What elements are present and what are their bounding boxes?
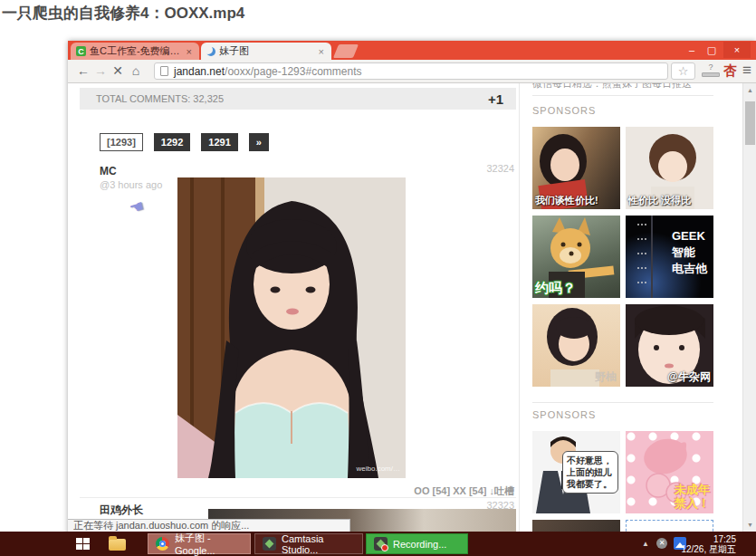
taskbar-button-label: Recording... (393, 539, 446, 550)
page-viewport: TOTAL COMMENTS: 32,325 +1 [1293] 1292 12… (68, 83, 756, 532)
tray-status-icon[interactable]: ✕ (656, 538, 667, 549)
back-icon[interactable]: ← (75, 63, 91, 78)
sidebar-divider (532, 402, 713, 403)
scrollbar-thumb[interactable] (745, 101, 755, 145)
page-current[interactable]: [1293] (100, 133, 143, 151)
vote-links[interactable]: OO [54] XX [54] ↓吐槽 (80, 484, 514, 498)
minimize-button[interactable]: – (684, 42, 700, 58)
address-bar[interactable]: jandan.net/ooxx/page-1293#comments (154, 62, 668, 80)
tab-strip: C 鱼C工作室-免费编程视频 × 妹子图 × – ▢ × (68, 41, 756, 60)
download-icon[interactable]: ? (702, 63, 720, 79)
browser-toolbar: ← → ✕ ⌂ jandan.net/ooxx/page-1293#commen… (68, 60, 756, 83)
photo-illustration (177, 177, 406, 478)
sponsor-ad-girl-closeup[interactable]: @牛杂网 (626, 304, 713, 387)
sponsor-ad-girl-outdoor[interactable]: 野柚 (532, 304, 620, 387)
browser-status-text: 正在等待 jandan.duoshuo.com 的响应... (68, 519, 350, 532)
ad-caption: 性价比 没得比 (628, 194, 691, 207)
close-window-button[interactable]: × (723, 42, 751, 58)
taskbar-clock[interactable]: 17:25 12/26, 星期五 (681, 534, 736, 554)
ad-caption: @牛杂网 (667, 369, 711, 385)
tab-title: 鱼C工作室-免费编程视频 (90, 44, 181, 58)
tray-show-hidden-icons[interactable]: ▲ (642, 540, 649, 548)
tab-yuc-studio[interactable]: C 鱼C工作室-免费编程视频 × (71, 43, 199, 60)
download-tray (702, 72, 720, 77)
chrome-icon (156, 537, 169, 551)
sponsor-ad-geek-guitar[interactable]: GEEK 智能 电吉他 (626, 216, 713, 298)
content-sidebar-divider (519, 83, 520, 532)
total-comments-label: TOTAL COMMENTS: 32,325 (96, 93, 488, 104)
pagination: [1293] 1292 1291 » (100, 133, 269, 151)
camtasia-icon (263, 537, 276, 551)
sponsor-ad-pink-toy[interactable]: 未成年 禁入！ (626, 431, 713, 513)
comment-author[interactable]: 田鸡外长 (100, 503, 143, 518)
tab-meizitu[interactable]: 妹子图 × (201, 43, 331, 60)
taskbar: 妹子图 - Google... Camtasia Studio... Recor… (0, 532, 756, 556)
sponsor-ad-girl-white[interactable]: 性价比 没得比 (626, 127, 713, 209)
extension-icon[interactable]: 杏 (723, 62, 737, 80)
photo-watermark: weibo.com/… (357, 465, 400, 473)
video-caption: 一只爬虫的自我修养4：OOXX.mp4 (2, 3, 244, 24)
ad-caption: 未成年 禁入！ (675, 483, 710, 510)
close-icon[interactable]: × (185, 46, 194, 57)
tab-title: 妹子图 (219, 44, 313, 58)
clock-date: 12/26, 星期五 (681, 544, 736, 554)
taskbar-button-label: Camtasia Studio... (282, 533, 355, 555)
home-icon[interactable]: ⌂ (128, 63, 144, 78)
ad-caption: 我们谈性价比! (535, 194, 598, 207)
scroll-up-icon[interactable]: ▲ (743, 83, 756, 97)
ad-speech-bubble: 不好意思， 上面的妞儿 我都要了。 (562, 451, 618, 494)
browser-window: C 鱼C工作室-免费编程视频 × 妹子图 × – ▢ × ← → ✕ ⌂ (68, 41, 756, 556)
sponsor-ad-doge[interactable]: 约吗？ (532, 216, 620, 298)
taskbar-camtasia-button[interactable]: Camtasia Studio... (254, 533, 363, 554)
menu-hamburger-icon[interactable]: ≡ (742, 62, 751, 80)
sidebar-clipped-notice: 微信每日精选：煎蛋妹子图每日推送 (532, 83, 713, 91)
sponsors-heading: SPONSORS (532, 409, 596, 420)
plus-one-button[interactable]: +1 (488, 91, 503, 107)
cursor-hand-icon: ☚ (127, 196, 147, 219)
page-scrollbar[interactable]: ▲ ▼ (742, 83, 756, 532)
page-icon (160, 66, 168, 76)
file-explorer-icon[interactable] (109, 539, 126, 551)
stop-icon[interactable]: ✕ (110, 63, 126, 78)
taskbar-recording-button[interactable]: Recording... (366, 533, 468, 554)
taskbar-chrome-button[interactable]: 妹子图 - Google... (148, 533, 251, 554)
sidebar-divider (532, 95, 713, 96)
ad-caption: GEEK 智能 电吉他 (672, 228, 707, 277)
url-path: /ooxx/page-1293#comments (225, 65, 361, 78)
new-tab-button[interactable] (333, 44, 359, 58)
comment-photo[interactable]: weibo.com/… (177, 177, 406, 478)
download-hint: ? (708, 62, 713, 72)
sponsor-ad-partial[interactable] (626, 520, 713, 532)
bookmark-star-icon[interactable]: ☆ (671, 62, 695, 80)
comments-header-bar: TOTAL COMMENTS: 32,325 +1 (80, 88, 516, 110)
forward-icon[interactable]: → (92, 63, 109, 78)
scroll-down-icon[interactable]: ▼ (743, 518, 756, 532)
ad-watermark: 野柚 (595, 369, 617, 385)
tab-favicon-c: C (76, 46, 86, 56)
ad-caption: 约吗？ (535, 280, 576, 297)
clock-time: 17:25 (681, 534, 736, 544)
window-controls: – ▢ × (684, 41, 751, 59)
recorder-icon (374, 537, 388, 551)
tab-favicon-crescent-icon (206, 47, 215, 56)
sponsor-ad-partial[interactable] (532, 520, 620, 532)
sponsor-ad-man-bubble[interactable]: 不好意思， 上面的妞儿 我都要了。 (532, 431, 620, 513)
sponsors-heading: SPONSORS (532, 105, 596, 116)
comment-divider (80, 497, 516, 498)
comment-number-link[interactable]: 32324 (80, 163, 514, 174)
page-1291[interactable]: 1291 (201, 133, 237, 151)
page-1292[interactable]: 1292 (154, 133, 190, 151)
desktop: 一只爬虫的自我修养4：OOXX.mp4 C 鱼C工作室-免费编程视频 × 妹子图… (0, 0, 756, 556)
page-next[interactable]: » (249, 133, 269, 151)
taskbar-button-label: 妹子图 - Google... (175, 532, 243, 556)
start-button-windows-icon[interactable] (76, 538, 90, 550)
comment-time: @3 hours ago (100, 179, 162, 190)
maximize-button[interactable]: ▢ (703, 42, 720, 58)
close-icon[interactable]: × (317, 46, 326, 57)
sponsor-ad-girl-scarf[interactable]: 我们谈性价比! (532, 127, 620, 209)
url-host: jandan.net (174, 65, 225, 78)
